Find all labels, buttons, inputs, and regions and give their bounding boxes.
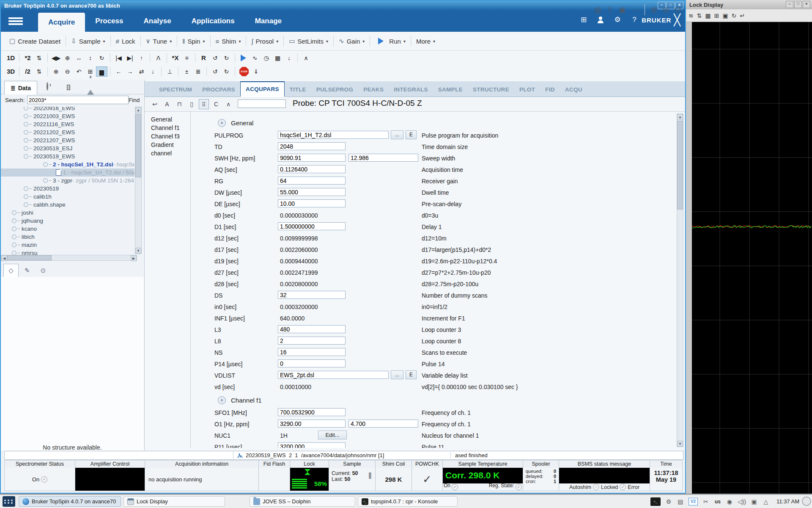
expand-all-icon[interactable]: ∧ — [223, 99, 233, 109]
lock-close-button[interactable]: × — [803, 1, 810, 8]
align-spectra-icon[interactable]: ≡ — [181, 53, 192, 63]
toolbar-button-gain[interactable]: ∿Gain▾ — [334, 34, 370, 48]
wobble-curve-icon[interactable]: ∿ — [249, 53, 261, 63]
copy-icon[interactable]: ▣ — [619, 6, 625, 14]
tree-item-1-hsqcsel-1h-t2-dsl-50u[interactable]: 1 - hsqcSel_1H_T2.dsl / 50u — [1, 168, 134, 177]
tree-expander-icon[interactable] — [24, 154, 28, 159]
printer-tray-icon[interactable]: ▤ — [677, 498, 684, 505]
volume-tray-icon[interactable]: ◁)) — [738, 498, 746, 505]
multiply-x-icon[interactable]: *X — [170, 53, 181, 63]
toolbar-button-sample[interactable]: ⇩Sample▾ — [66, 34, 110, 48]
arrow-down-icon[interactable]: ↓ — [283, 53, 295, 63]
section-header-general[interactable]: ∧General — [214, 116, 675, 130]
toolbar-button-prosol[interactable]: ∫Prosol▾ — [246, 34, 283, 48]
lock-table-icon[interactable]: ⊞ — [714, 12, 719, 19]
param-input[interactable] — [278, 222, 346, 230]
collapse-section-icon[interactable]: ∧ — [218, 119, 226, 127]
section-header-channel-f1[interactable]: ∧Channel f1 — [214, 393, 675, 407]
tree-item-kcano[interactable]: kcano — [1, 225, 134, 233]
tab-data[interactable]: ≣ Data — [4, 81, 37, 94]
scroll-left-icon[interactable]: ◀ — [1, 255, 7, 261]
menu-process[interactable]: Process — [85, 10, 133, 32]
tree-item-20230519-ews[interactable]: 20230519_EWS — [1, 152, 134, 160]
go-first-icon[interactable]: |◀ — [113, 53, 124, 63]
tree-item-nmrsu[interactable]: nmrsu — [1, 249, 134, 255]
terminal-tray-icon[interactable]: >_ — [650, 497, 661, 506]
tree-expander-icon[interactable] — [24, 202, 28, 207]
toolbar-button-create-dataset[interactable]: ▢Create Dataset — [4, 34, 66, 48]
toolbar-button-setlimits[interactable]: ▭SetLimits▾ — [284, 34, 333, 48]
edit-file-button[interactable]: E — [406, 370, 417, 379]
form-scroll-down-icon[interactable]: ▼ — [677, 441, 683, 447]
toolbar-button-run[interactable]: Run▾ — [370, 34, 411, 48]
scale-arrows-up-down2-icon[interactable]: ⇅ — [33, 66, 45, 77]
tree-expander-icon[interactable] — [43, 162, 48, 167]
spectrum-display-icon[interactable]: ▆ — [96, 66, 107, 77]
move-down-icon[interactable]: ↓ — [147, 66, 159, 77]
tree-item-20230519[interactable]: 20230519 — [1, 185, 134, 193]
tab-sample[interactable]: SAMPLE — [433, 83, 468, 97]
tab-acqupars[interactable]: ACQUPARS — [240, 81, 285, 97]
edit-button[interactable]: Edit... — [318, 431, 347, 439]
tree-expander-icon[interactable] — [24, 130, 28, 135]
tree-item-calibh-shape[interactable]: calibh.shape — [1, 201, 134, 209]
move-up-icon[interactable]: ↑ — [136, 53, 147, 63]
zoom-in-icon[interactable]: ⊕ — [50, 66, 62, 77]
show-desktop-icon[interactable] — [802, 497, 811, 506]
structure-tab-model[interactable]: ◇ — [3, 264, 19, 277]
user-icon[interactable] — [595, 17, 606, 23]
structure-tab-search[interactable]: ⊙ — [36, 264, 51, 277]
param-nav-general[interactable]: General — [151, 115, 189, 124]
toolbar-button-tune[interactable]: ∨Tune▾ — [141, 34, 177, 48]
tab-spectrum[interactable]: SPECTRUM — [154, 83, 197, 97]
param-input[interactable] — [278, 371, 389, 379]
zoom-out-icon[interactable]: ⊖ — [62, 66, 73, 77]
network-tray-icon[interactable]: ◉ — [726, 498, 733, 505]
tree-vertical-scrollbar[interactable]: ▲ ▼ — [135, 107, 142, 254]
scroll-up-icon[interactable]: ▲ — [135, 107, 141, 113]
tab-fid[interactable]: FID — [540, 83, 560, 97]
tree-item-jqlhuang[interactable]: jqlhuang — [1, 217, 134, 225]
tree-expander-icon[interactable] — [24, 146, 28, 151]
tree-item-20221202-ews[interactable]: 20221202_EWS — [1, 128, 134, 136]
dim-1d[interactable]: 1D — [5, 53, 16, 63]
zoom-fit-icon[interactable]: ⊞ — [85, 66, 96, 77]
rotate-left-icon[interactable]: ↺ — [209, 66, 221, 77]
form-scroll-up-icon[interactable]: ▲ — [677, 114, 683, 120]
edit-file-button[interactable]: E — [406, 130, 417, 139]
layout-right-panel-icon[interactable]: ⊡ — [675, 6, 681, 14]
zoom-select-icon[interactable]: ⊕ — [62, 53, 73, 63]
param-input[interactable] — [278, 188, 346, 196]
gear-tray-icon[interactable]: ⚙ — [665, 498, 672, 505]
dim-3d[interactable]: 3D — [5, 66, 16, 77]
scroll-down-icon[interactable]: ⇓ — [250, 66, 262, 77]
task-lock-display[interactable]: Lock Display — [123, 496, 225, 507]
notifier-triangle-icon[interactable]: △ — [762, 498, 770, 505]
scale-times-2[interactable]: *2 — [22, 53, 33, 63]
param-input[interactable] — [278, 348, 346, 356]
command-input[interactable] — [5, 451, 233, 459]
lock-minimize-button[interactable]: – — [786, 1, 793, 8]
scale-plusminus-icon[interactable]: ± — [181, 66, 192, 77]
menu-manage[interactable]: Manage — [245, 10, 292, 32]
task-topspin4-0-7-cpr-konsole[interactable]: >_topspin4.0.7 : cpr - Konsole — [358, 496, 458, 507]
parameter-grid-icon[interactable]: ▦ — [272, 53, 283, 63]
lab-flask-icon[interactable] — [87, 83, 94, 90]
tree-expander-icon[interactable] — [24, 114, 28, 119]
lock-title-bar[interactable]: Lock Display – □ × — [686, 0, 812, 9]
tab-title[interactable]: TITLE — [285, 83, 311, 97]
tree-expander-icon[interactable] — [12, 210, 16, 215]
rotate-right-icon[interactable]: ↻ — [221, 66, 232, 77]
param-input[interactable] — [278, 165, 346, 173]
form-scroll-thumb[interactable] — [677, 121, 683, 210]
letter-a-icon[interactable]: A — [162, 99, 172, 109]
task-jove-ss-dolphin[interactable]: JOVE SS – Dolphin — [250, 496, 355, 507]
letter-r-icon[interactable]: R — [198, 53, 209, 63]
form-vertical-scrollbar[interactable]: ▲ ▼ — [677, 113, 683, 447]
search-input[interactable] — [27, 96, 129, 104]
apps-grid-icon[interactable]: ⊞ — [579, 15, 589, 24]
more-actions-icon[interactable]: ⋯ — [631, 6, 639, 14]
param-input-2[interactable] — [348, 154, 418, 162]
menu-acquire[interactable]: Acquire — [38, 13, 85, 32]
pulse-program-icon[interactable]: ⊓ — [174, 99, 184, 109]
